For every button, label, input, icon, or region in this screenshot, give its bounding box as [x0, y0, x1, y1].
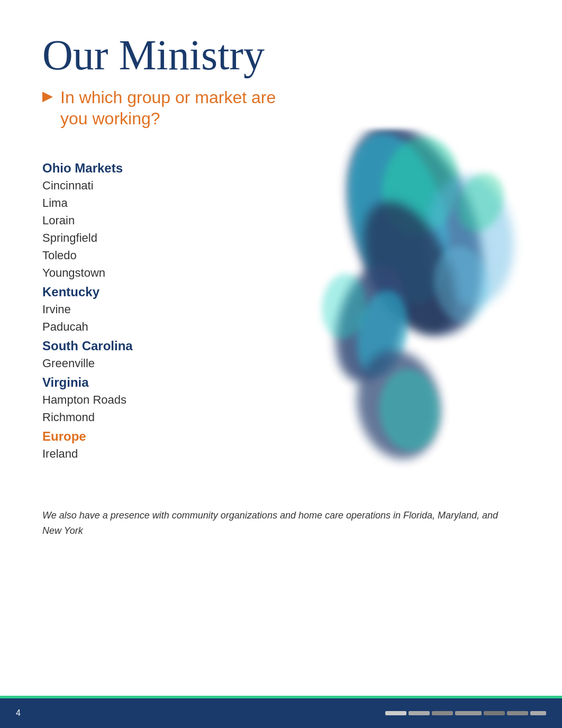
bottom-bar: 4 [0, 698, 562, 728]
kentucky-section: Kentucky Irvine Paducah [42, 285, 243, 335]
page-title: Our Ministry [42, 32, 520, 78]
europe-heading: Europe [42, 429, 243, 444]
list-item: Youngstown [42, 264, 243, 281]
list-item: Ireland [42, 445, 243, 462]
list-item: Lorain [42, 212, 243, 229]
map-svg [213, 129, 541, 489]
list-item: Irvine [42, 301, 243, 318]
markets-list: Ohio Markets Cincinnati Lima Lorain Spri… [42, 161, 243, 466]
main-content: Ohio Markets Cincinnati Lima Lorain Spri… [42, 161, 520, 466]
europe-section: Europe Ireland [42, 429, 243, 462]
list-item: Cincinnati [42, 177, 243, 194]
kentucky-heading: Kentucky [42, 285, 243, 299]
list-item: Lima [42, 194, 243, 212]
subtitle-text: In which group or market are you working… [60, 87, 276, 129]
footer-note-text: We also have a presence with community o… [42, 508, 520, 539]
virginia-heading: Virginia [42, 375, 243, 390]
map-container [213, 129, 541, 489]
subtitle-container: ▶ In which group or market are you worki… [42, 87, 520, 129]
content-area: Our Ministry ▶ In which group or market … [0, 0, 562, 560]
south-carolina-heading: South Carolina [42, 339, 243, 353]
bottom-text-area [385, 711, 546, 715]
list-item: Springfield [42, 229, 243, 247]
list-item: Paducah [42, 318, 243, 335]
footer-note: We also have a presence with community o… [42, 497, 520, 539]
virginia-section: Virginia Hampton Roads Richmond [42, 375, 243, 426]
subtitle-line2: you working? [60, 109, 160, 128]
subtitle-line1: In which group or market are [60, 88, 276, 107]
page-container: Our Ministry ▶ In which group or market … [0, 0, 562, 728]
list-item: Greenville [42, 354, 243, 372]
list-item: Hampton Roads [42, 391, 243, 408]
ohio-heading: Ohio Markets [42, 161, 243, 176]
arrow-icon: ▶ [42, 88, 53, 104]
south-carolina-section: South Carolina Greenville [42, 339, 243, 372]
ohio-section: Ohio Markets Cincinnati Lima Lorain Spri… [42, 161, 243, 281]
list-item: Toledo [42, 247, 243, 264]
page-number: 4 [16, 708, 21, 718]
list-item: Richmond [42, 408, 243, 426]
